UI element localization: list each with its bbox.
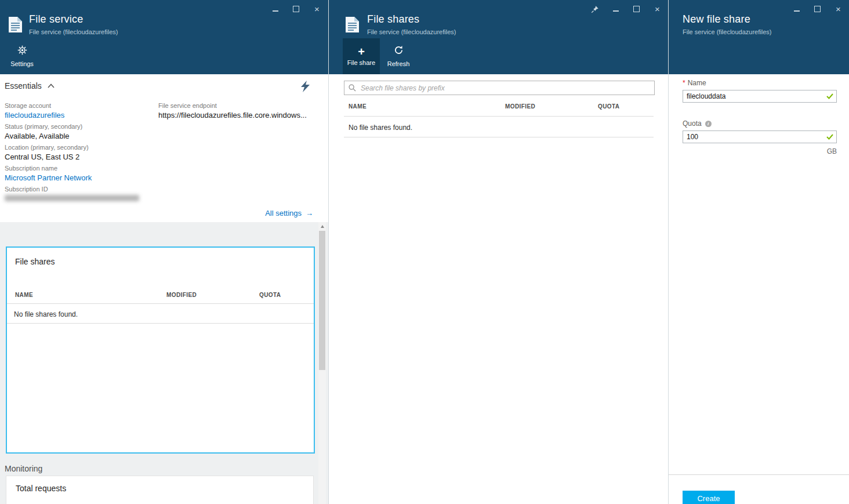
essentials-collapse-toggle[interactable]: Essentials (5, 81, 55, 90)
subscription-name-link[interactable]: Microsoft Partner Network (5, 173, 92, 182)
quota-field-wrap (683, 130, 837, 143)
quota-unit-label: GB (683, 147, 837, 155)
all-settings-link[interactable]: All settings → (265, 209, 313, 217)
close-icon[interactable]: × (313, 5, 321, 13)
divider (344, 116, 654, 117)
file-share-button[interactable]: + File share (343, 38, 380, 74)
tile-title: Total requests (16, 484, 66, 493)
scroll-up-icon[interactable] (318, 222, 326, 230)
location-value: Central US, East US 2 (5, 153, 79, 161)
refresh-label: Refresh (387, 60, 410, 67)
blade-subtitle: File service (filecloudazurefiles) (683, 28, 771, 35)
window-controls: × (792, 5, 843, 13)
name-input[interactable] (683, 90, 837, 103)
blade-scroll-area: File shares NAME MODIFIED QUOTA No file … (0, 222, 328, 504)
file-shares-body: NAME MODIFIED QUOTA No file shares found… (329, 74, 669, 504)
status-value: Available, Available (5, 132, 70, 140)
blade-title: File service (29, 13, 83, 26)
column-header-quota: QUOTA (598, 103, 619, 110)
refresh-button[interactable]: Refresh (380, 38, 417, 74)
empty-message: No file shares found. (349, 124, 412, 132)
search-input[interactable] (360, 81, 654, 95)
quota-input[interactable] (683, 130, 837, 143)
monitoring-section-label: Monitoring (5, 464, 42, 473)
scrollbar[interactable] (318, 222, 326, 504)
create-button[interactable]: Create (683, 491, 735, 504)
subscription-id-value-redacted (5, 195, 139, 201)
empty-message: No file shares found. (14, 310, 78, 318)
blade-toolbar: Settings (0, 38, 328, 74)
file-service-endpoint-value: https://filecloudazurefiles.file.core.wi… (158, 111, 307, 119)
field-label: Location (primary, secondary) (5, 144, 89, 151)
minimize-icon[interactable] (792, 5, 801, 13)
search-icon (349, 84, 356, 92)
field-label: Subscription name (5, 165, 57, 172)
new-file-share-form: *Name Quotai GB Create (669, 74, 849, 504)
divider (344, 137, 654, 137)
info-icon[interactable]: i (705, 121, 712, 127)
blade-title: File shares (367, 13, 419, 26)
essentials-panel: Essentials Storage account filecloudazur… (0, 74, 328, 222)
field-label: Status (primary, secondary) (5, 123, 82, 130)
valid-check-icon (826, 93, 833, 99)
column-header-quota: QUOTA (259, 292, 281, 298)
divider (7, 303, 314, 304)
required-asterisk: * (683, 79, 685, 87)
window-controls: × (590, 5, 662, 13)
file-shares-blade: × File shares File service (filecloudazu… (328, 0, 669, 504)
blade-subtitle: File service (filecloudazurefiles) (29, 28, 118, 35)
file-service-blade: × File service File service (filecloudaz… (0, 0, 328, 504)
column-header-name: NAME (15, 292, 33, 298)
field-label: File service endpoint (158, 102, 217, 109)
essentials-title: Essentials (5, 81, 42, 90)
new-file-share-blade: × New file share File service (filecloud… (668, 0, 849, 504)
quota-label: Quotai (683, 119, 712, 128)
divider (7, 323, 314, 324)
file-shares-blade-header: × File shares File service (filecloudazu… (329, 0, 669, 74)
close-icon[interactable]: × (834, 5, 843, 13)
chevron-up-icon (48, 84, 55, 88)
name-label: *Name (683, 79, 706, 87)
total-requests-tile[interactable]: Total requests (6, 476, 314, 504)
column-header-modified: MODIFIED (505, 103, 535, 110)
maximize-icon[interactable] (292, 5, 300, 13)
azure-portal: × File service File service (filecloudaz… (0, 0, 849, 504)
maximize-icon[interactable] (632, 5, 641, 13)
minimize-icon[interactable] (611, 5, 620, 13)
maximize-icon[interactable] (813, 5, 822, 13)
plus-icon: + (358, 47, 365, 56)
column-header-modified: MODIFIED (166, 292, 197, 298)
close-icon[interactable]: × (653, 5, 662, 13)
settings-button[interactable]: Settings (3, 38, 41, 74)
minimize-icon[interactable] (271, 5, 280, 13)
file-service-icon (8, 16, 23, 35)
new-file-share-blade-header: × New file share File service (filecloud… (669, 0, 849, 74)
refresh-icon (394, 45, 404, 57)
all-settings-label: All settings (265, 209, 302, 217)
file-share-label: File share (347, 59, 375, 66)
field-label: Subscription ID (5, 186, 48, 193)
name-field-wrap (683, 90, 837, 103)
valid-check-icon (826, 134, 833, 140)
scrollbar-thumb[interactable] (319, 231, 325, 370)
search-box (344, 81, 655, 95)
settings-label: Settings (10, 60, 34, 67)
window-controls: × (271, 5, 321, 13)
file-shares-tile[interactable]: File shares NAME MODIFIED QUOTA No file … (6, 246, 315, 454)
tile-title: File shares (15, 257, 55, 266)
file-service-blade-header: × File service File service (filecloudaz… (0, 0, 328, 74)
blade-toolbar: + File share Refresh (329, 38, 669, 74)
blade-subtitle: File service (filecloudazurefiles) (367, 28, 456, 35)
field-label: Storage account (5, 102, 51, 109)
storage-account-link[interactable]: filecloudazurefiles (5, 111, 64, 119)
blade-title: New file share (683, 13, 750, 26)
divider (669, 474, 849, 475)
quickstart-icon[interactable] (298, 80, 312, 95)
file-shares-icon (345, 16, 360, 35)
column-header-name: NAME (349, 103, 367, 110)
pin-icon[interactable] (590, 5, 599, 13)
gear-icon (17, 45, 27, 57)
arrow-right-icon: → (306, 209, 313, 217)
